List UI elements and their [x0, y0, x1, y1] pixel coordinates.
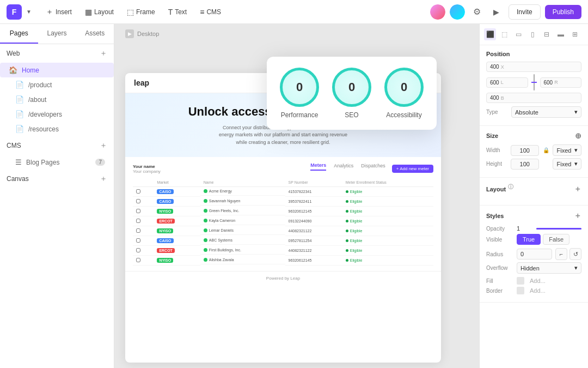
sidebar-item-blog[interactable]: ☰ Blog Pages 7 — [0, 155, 114, 170]
opacity-row: Opacity 1 — [486, 225, 581, 232]
position-b-input[interactable]: 400 B — [486, 93, 581, 103]
text-button[interactable]: T Text — [163, 5, 193, 19]
visible-row: Visible True False — [486, 234, 581, 245]
radius-row: Radius 0 ⌐ ↺ — [486, 248, 581, 260]
table-row[interactable]: NYISO Alishba Zavala 96320612145 Eligibl… — [133, 256, 433, 266]
table-header: Your name Your company Meters Analytics … — [133, 162, 433, 175]
tab-layers[interactable]: Layers — [38, 24, 76, 44]
layout-section: Layout ⓘ ＋ — [480, 178, 588, 206]
table-row[interactable]: ERCOT First Buildings, Inc. 44082321122 … — [133, 246, 433, 256]
visible-true-button[interactable]: True — [517, 234, 541, 245]
right-panel-toolbar: ⬛ ⬚ ▭ ▯ ⊟ ▬ ⊞ ⋮ — [480, 24, 588, 45]
tab-dispatches[interactable]: Dispatches — [361, 163, 385, 170]
height-label: Height — [486, 161, 507, 167]
align-tools: ⬛ ⬚ ▭ ▯ ⊟ ▬ ⊞ ⋮ — [484, 28, 588, 40]
table-row[interactable]: NYISO Green Fleets, Inc. 96320612145 Eli… — [133, 207, 433, 216]
more-icon[interactable]: ⋮ — [583, 28, 588, 40]
publish-button[interactable]: Publish — [545, 5, 581, 19]
col-status: Meter Enrollment Status — [342, 178, 433, 187]
sidebar-item-developers[interactable]: 📄 /developers — [0, 107, 114, 122]
left-sidebar: Pages Layers Assets Web ＋ 🏠 Home 📄 /prod… — [0, 24, 114, 368]
position-x-input[interactable]: 400 X — [486, 62, 581, 72]
sidebar-item-home[interactable]: 🏠 Home — [0, 63, 114, 77]
sidebar-item-resources[interactable]: 📄 /resources — [0, 122, 114, 136]
distribute-icon[interactable]: ⊞ — [569, 28, 581, 40]
table-row[interactable]: NYISO Lemar Daniels 44082321122 Eligible — [133, 226, 433, 236]
insert-button[interactable]: ＋ Insert — [40, 4, 77, 20]
align-left-icon[interactable]: ⬛ — [484, 28, 496, 40]
position-type-row: Type Absolute ▾ — [486, 106, 581, 118]
width-row: Width 100 🔒 Fixed ▾ — [486, 144, 581, 156]
add-meter-button[interactable]: + Add new meter — [392, 165, 433, 173]
height-input[interactable]: 100 — [511, 159, 540, 170]
opacity-label: Opacity — [486, 226, 513, 232]
fill-add-text[interactable]: Add... — [530, 277, 546, 284]
logo-dropdown-arrow[interactable]: ▼ — [26, 9, 32, 15]
position-r-input[interactable]: 600 R — [540, 77, 582, 88]
border-color-swatch[interactable] — [517, 287, 524, 294]
table-row[interactable]: CAISO ABC Systems 09527811254 Eligible — [133, 236, 433, 246]
tab-pages[interactable]: Pages — [0, 24, 38, 44]
company-info: Your name Your company — [133, 164, 161, 174]
fill-color-swatch[interactable] — [517, 277, 524, 285]
sidebar-item-product[interactable]: 📄 /product — [0, 77, 114, 92]
overflow-label: Overflow — [486, 265, 513, 271]
cms-button[interactable]: ≡ CMS — [194, 5, 226, 19]
overflow-select[interactable]: Hidden ▾ — [517, 262, 581, 274]
chevron-down-icon: ▾ — [574, 108, 578, 116]
align-center-h-icon[interactable]: ⬚ — [498, 28, 510, 40]
app-logo[interactable]: F — [7, 4, 22, 20]
radius-input[interactable]: 0 — [517, 249, 552, 260]
webpage-table-area: Your name Your company Meters Analytics … — [125, 157, 441, 271]
align-top-icon[interactable]: ▯ — [526, 28, 538, 40]
canvas-area[interactable]: ▶ Desktop leap Product Partner with us A… — [114, 24, 479, 368]
opacity-bar[interactable] — [536, 228, 581, 230]
invite-button[interactable]: Invite — [509, 4, 541, 20]
visible-false-button[interactable]: False — [543, 234, 569, 245]
opacity-value[interactable]: 1 — [517, 225, 533, 232]
width-input[interactable]: 100 — [511, 145, 540, 156]
col-sp: SP Number — [285, 178, 342, 187]
avatar-1 — [430, 4, 445, 20]
layout-icon: ▦ — [85, 8, 92, 16]
table-row[interactable]: CAISO Savannah Nguyen 39537822411 Eligib… — [133, 197, 433, 207]
table-row[interactable]: ERCOT Kayla Cameron 09132244090 Eligible — [133, 216, 433, 226]
tab-assets[interactable]: Assets — [76, 24, 114, 44]
radius-corner-button[interactable]: ⌐ — [555, 248, 567, 260]
add-layout-button[interactable]: ＋ — [574, 184, 581, 194]
add-size-button[interactable]: ⊕ — [575, 131, 581, 140]
preview-button[interactable]: ▶ — [489, 4, 504, 20]
position-lr-row: 600 L 600 R — [486, 74, 581, 91]
type-select[interactable]: Absolute ▾ — [511, 106, 581, 118]
add-canvas-button[interactable]: ＋ — [100, 174, 107, 184]
table-row[interactable]: CAISO Acme Energy 41537822341 Eligible — [133, 187, 433, 197]
topbar-right: ⚙ ▶ Invite Publish — [430, 4, 581, 20]
add-style-button[interactable]: ＋ — [574, 211, 581, 221]
company-name: Your name — [133, 164, 161, 169]
settings-button[interactable]: ⚙ — [469, 4, 485, 20]
add-web-button[interactable]: ＋ — [100, 49, 107, 58]
tab-meters[interactable]: Meters — [310, 162, 326, 171]
section-canvas[interactable]: Canvas ＋ — [0, 170, 114, 188]
frame-button[interactable]: ⬚ Frame — [121, 5, 161, 19]
main-layout: Pages Layers Assets Web ＋ 🏠 Home 📄 /prod… — [0, 24, 588, 368]
sidebar-item-about[interactable]: 📄 /about — [0, 92, 114, 107]
align-center-v-icon[interactable]: ⊟ — [541, 28, 553, 40]
position-l-input[interactable]: 600 L — [486, 77, 528, 88]
layout-button[interactable]: ▦ Layout — [79, 5, 119, 19]
section-cms[interactable]: CMS ＋ — [0, 136, 114, 155]
align-right-icon[interactable]: ▭ — [512, 28, 524, 40]
fill-label: Fill — [486, 278, 513, 284]
radius-all-button[interactable]: ↺ — [569, 248, 581, 260]
border-add-text[interactable]: Add... — [530, 287, 546, 294]
width-mode-select[interactable]: Fixed ▾ — [553, 144, 581, 156]
add-cms-button[interactable]: ＋ — [100, 141, 107, 150]
position-section: Position 400 X 600 L 60 — [480, 45, 588, 126]
height-mode-select[interactable]: Fixed ▾ — [553, 158, 581, 170]
align-bottom-icon[interactable]: ▬ — [555, 28, 567, 40]
section-web[interactable]: Web ＋ — [0, 44, 114, 63]
metric-performance: 0 Performance — [280, 68, 319, 119]
desktop-label: ▶ Desktop — [125, 29, 159, 38]
accessibility-circle: 0 — [384, 68, 424, 107]
tab-analytics[interactable]: Analytics — [334, 163, 353, 170]
